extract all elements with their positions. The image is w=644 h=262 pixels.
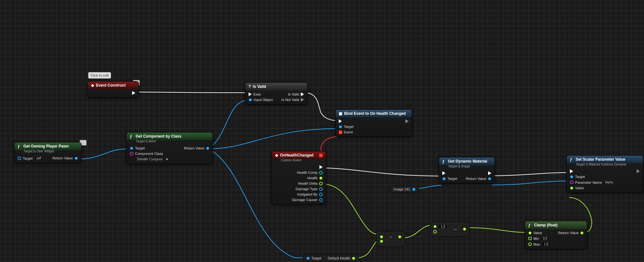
param-name-input[interactable]: Alpha	[604, 180, 615, 184]
exec-out-pin[interactable]	[405, 119, 409, 123]
input-a-pin[interactable]	[433, 225, 437, 228]
component-class-pin[interactable]: Component Class	[130, 152, 168, 156]
node-divide[interactable]: ÷	[376, 231, 405, 247]
return-pin[interactable]: Default Health	[328, 256, 355, 260]
node-event-construct[interactable]: ◆Event Construct	[88, 81, 139, 98]
node-set-scalar-parameter[interactable]: ƒSet Scalar Parameter Value Target is Ma…	[566, 155, 643, 193]
exec-in-pin[interactable]	[442, 171, 457, 175]
input-object-pin[interactable]: Input Object	[249, 98, 273, 102]
param-name-pin[interactable]: Parameter NameAlpha	[570, 180, 615, 184]
macro-icon: ?	[249, 84, 251, 89]
health-delta-pin[interactable]: Health Delta	[292, 182, 323, 185]
event-pin[interactable]: Event	[339, 130, 354, 134]
value-pin[interactable]: Value	[570, 186, 615, 190]
node-clamp[interactable]: ƒClamp (float) Value Min0.0 Max1.0 Retur…	[525, 221, 587, 249]
instigated-by-pin[interactable]: Instigated By	[292, 192, 323, 196]
exec-out-pin[interactable]	[292, 165, 323, 169]
node-subtitle: Target is Image	[439, 165, 495, 169]
node-get-component-by-class[interactable]: ƒGet Component by Class Target is Actor …	[126, 132, 213, 164]
exec-in-pin[interactable]: Exec	[249, 92, 273, 96]
node-divide-const[interactable]: 1.0 —	[430, 221, 470, 237]
is-valid-pin[interactable]: Is Valid	[282, 92, 304, 96]
exec-in-pin[interactable]	[570, 169, 615, 173]
exec-out-pin[interactable]	[466, 171, 491, 175]
exec-in-pin[interactable]	[339, 119, 354, 123]
event-bind-icon: ▦	[339, 111, 342, 116]
chevron-down-icon: ▾	[166, 157, 168, 161]
divide-icon: —	[453, 227, 457, 231]
output-pin[interactable]	[463, 227, 466, 231]
return-pin[interactable]: Return Value	[466, 177, 491, 181]
value-pin[interactable]: Value	[528, 231, 551, 235]
return-pin[interactable]: Return Value	[558, 231, 584, 235]
target-pin[interactable]: Target	[130, 146, 168, 150]
min-pin[interactable]: Min0.0	[528, 236, 551, 241]
function-icon: ƒ	[570, 157, 574, 161]
event-icon: ◆	[275, 153, 278, 157]
health-pin[interactable]: Health	[292, 176, 323, 180]
event-icon: ◆	[91, 83, 94, 88]
node-title: Bind Event to On Health Changed	[344, 111, 406, 116]
node-title: Get Component by Class	[136, 134, 182, 139]
exec-out-pin[interactable]	[132, 91, 135, 95]
max-pin[interactable]: Max1.0	[528, 242, 551, 246]
class-dropdown[interactable]: SHealth Compone	[135, 157, 165, 161]
variable-label: Image 141	[394, 187, 410, 191]
node-subtitle: Target is User Widget	[14, 149, 81, 154]
node-title: Get Dynamic Material	[448, 159, 487, 164]
input-b-pin[interactable]	[433, 230, 437, 233]
function-icon: ƒ	[528, 223, 532, 227]
input-a-pin[interactable]	[380, 235, 383, 239]
node-get-owning-player-pawn[interactable]: ƒGet Owning Player Pawn Target is User W…	[14, 142, 81, 163]
max-input[interactable]: 1.0	[542, 242, 551, 246]
node-comment[interactable]: Click to edit	[88, 72, 111, 79]
node-title: Is Valid	[253, 84, 266, 89]
target-pin[interactable]: Target	[570, 175, 615, 179]
target-pin[interactable]: Targetself	[18, 156, 43, 160]
variable-image141[interactable]: Image 141	[390, 186, 419, 193]
node-title: Set Scalar Parameter Value	[576, 157, 625, 162]
node-get-dynamic-material[interactable]: ƒGet Dynamic Material Target is Image Ta…	[439, 157, 495, 183]
return-pin[interactable]: Return Value	[184, 146, 209, 150]
delegate-pin[interactable]	[319, 154, 323, 157]
min-input[interactable]: 0.0	[541, 236, 550, 241]
node-default-health[interactable]: Target Default Health	[303, 255, 359, 262]
node-title: Get Owning Player Pawn	[23, 144, 69, 148]
node-on-health-changed[interactable]: ◆OnHealthChanged Custom Event Health Com…	[272, 151, 326, 205]
node-title: Clamp (float)	[534, 223, 557, 227]
output-pin[interactable]	[412, 188, 416, 191]
target-pin[interactable]: Target	[339, 125, 354, 129]
value-input[interactable]: 1.0	[438, 224, 447, 229]
health-comp-pin[interactable]: Health Comp	[292, 171, 323, 174]
function-icon: ƒ	[18, 144, 21, 148]
function-icon: ƒ	[442, 159, 446, 163]
node-subtitle: Target is Material Instance Dynamic	[567, 163, 643, 167]
damage-causer-pin[interactable]: Damage Causer	[292, 198, 323, 202]
exec-out-pin[interactable]	[637, 169, 640, 173]
damage-type-pin[interactable]: Damage Type	[292, 187, 323, 191]
input-b-pin[interactable]	[380, 240, 383, 243]
node-subtitle: Custom Event	[272, 158, 326, 163]
node-subtitle: Target is Actor	[127, 139, 213, 144]
node-title: OnHealthChanged	[280, 153, 314, 157]
target-pin[interactable]: Target	[306, 256, 321, 260]
divide-icon: ÷	[390, 235, 392, 239]
node-title: Event Construct	[96, 83, 126, 88]
node-bind-event[interactable]: ▦Bind Event to On Health Changed Target …	[335, 109, 412, 137]
function-icon: ƒ	[130, 134, 134, 138]
is-not-valid-pin[interactable]: Is Not Valid	[282, 98, 304, 102]
return-pin[interactable]: Return Value	[53, 156, 78, 160]
target-pin[interactable]: Target	[442, 177, 457, 181]
output-pin[interactable]	[398, 235, 402, 239]
node-is-valid[interactable]: ?Is Valid Exec Input Object Is Valid Is …	[245, 82, 308, 105]
